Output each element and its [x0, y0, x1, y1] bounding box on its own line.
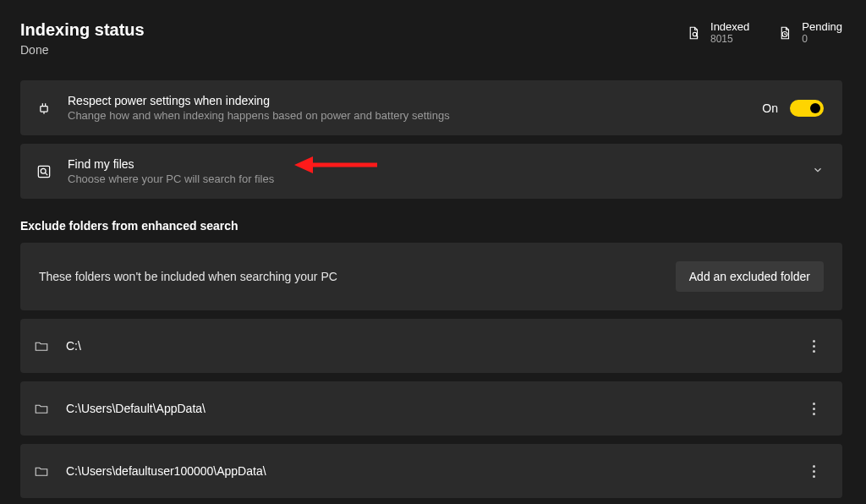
stat-pending: Pending 0	[776, 20, 842, 45]
folder-icon	[34, 401, 51, 416]
exclude-section-heading: Exclude folders from enhanced search	[20, 219, 842, 233]
folder-path: C:\Users\defaultuser100000\AppData\	[66, 464, 803, 478]
excluded-folder-row[interactable]: C:\	[20, 319, 842, 373]
indexing-status-value: Done	[20, 43, 145, 57]
excluded-folder-row[interactable]: C:\Users\Default\AppData\	[20, 381, 842, 436]
find-my-files-title: Find my files	[68, 157, 812, 171]
svg-rect-2	[41, 106, 47, 112]
excluded-folder-row[interactable]: C:\Users\defaultuser100000\AppData\	[20, 444, 842, 498]
find-my-files-subtitle: Choose where your PC will search for fil…	[68, 173, 812, 185]
pending-file-icon	[776, 25, 793, 41]
folder-icon	[34, 338, 51, 353]
toggle-state-label: On	[762, 101, 778, 115]
title-block: Indexing status Done	[20, 20, 145, 57]
indexed-file-icon	[685, 25, 702, 41]
power-settings-card[interactable]: Respect power settings when indexing Cha…	[20, 80, 842, 135]
chevron-down-icon	[812, 164, 824, 178]
page-title: Indexing status	[20, 20, 145, 40]
more-options-button[interactable]	[803, 461, 824, 481]
indexed-label: Indexed	[710, 20, 749, 33]
folder-path: C:\Users\Default\AppData\	[66, 402, 803, 415]
find-my-files-card[interactable]: Find my files Choose where your PC will …	[20, 144, 842, 199]
more-options-button[interactable]	[803, 398, 824, 419]
svg-rect-3	[38, 166, 49, 177]
svg-point-4	[41, 168, 46, 173]
exclude-description: These folders won't be included when sea…	[39, 270, 676, 283]
power-card-subtitle: Change how and when indexing happens bas…	[68, 109, 762, 122]
pending-value: 0	[802, 33, 842, 45]
pending-label: Pending	[802, 20, 842, 33]
stats-group: Indexed 8015 Pending 0	[685, 20, 842, 45]
search-file-icon	[34, 162, 54, 182]
add-excluded-folder-button[interactable]: Add an excluded folder	[676, 261, 824, 292]
svg-point-0	[693, 32, 697, 36]
folder-icon	[34, 463, 51, 479]
folder-path: C:\	[66, 339, 803, 353]
power-card-title: Respect power settings when indexing	[68, 94, 762, 107]
header-row: Indexing status Done Indexed 8015 Pendin…	[20, 20, 842, 57]
indexed-value: 8015	[710, 33, 749, 45]
power-toggle[interactable]	[790, 100, 824, 117]
exclude-description-card: These folders won't be included when sea…	[20, 243, 842, 310]
more-options-button[interactable]	[803, 336, 824, 356]
stat-indexed: Indexed 8015	[685, 20, 749, 45]
power-plug-icon	[34, 98, 54, 118]
